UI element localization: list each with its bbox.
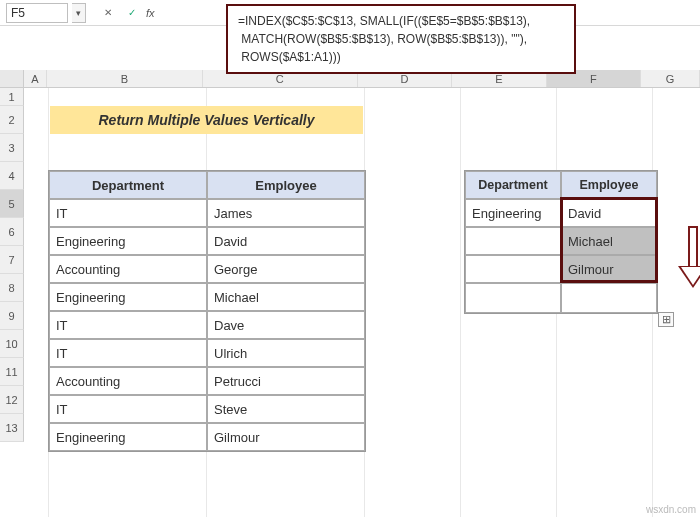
formula-line-2: MATCH(ROW($B$5:$B$13), ROW($B$5:$B$13)),…: [238, 30, 564, 48]
cell-dept[interactable]: Engineering: [49, 283, 207, 311]
cell-emp[interactable]: Petrucci: [207, 367, 365, 395]
row-head-7[interactable]: 7: [0, 246, 24, 274]
cell-emp-f8[interactable]: [561, 283, 657, 313]
row-head-6[interactable]: 6: [0, 218, 24, 246]
row-head-11[interactable]: 11: [0, 358, 24, 386]
cell-dept[interactable]: IT: [49, 199, 207, 227]
formula-bar[interactable]: =INDEX($C$5:$C$13, SMALL(IF(($E$5=$B$5:$…: [226, 4, 576, 74]
fx-icon[interactable]: fx: [146, 7, 155, 19]
cell-dept[interactable]: Accounting: [49, 367, 207, 395]
cell-emp-f5[interactable]: David: [561, 199, 657, 227]
row-head-8[interactable]: 8: [0, 274, 24, 302]
cell-dept[interactable]: Engineering: [49, 227, 207, 255]
cell-emp[interactable]: James: [207, 199, 365, 227]
cell-dept[interactable]: [465, 255, 561, 283]
cell-dept[interactable]: Engineering: [49, 423, 207, 451]
cell-emp[interactable]: Steve: [207, 395, 365, 423]
table-row: Michael: [465, 227, 657, 255]
autofill-options-icon[interactable]: [658, 312, 674, 327]
name-box[interactable]: F5: [6, 3, 68, 23]
col-head-a[interactable]: A: [24, 70, 48, 87]
table-row: AccountingPetrucci: [49, 367, 365, 395]
table-row: EngineeringDavid: [465, 199, 657, 227]
header-employee[interactable]: Employee: [561, 171, 657, 199]
cell-dept[interactable]: IT: [49, 339, 207, 367]
worksheet-grid[interactable]: A B C D E F G 1 2 3 4 5 6 7 8 9 10 11 12…: [0, 70, 700, 517]
table-row: ITSteve: [49, 395, 365, 423]
cell-emp[interactable]: David: [207, 227, 365, 255]
down-arrow-annotation: [680, 226, 700, 296]
excel-window: F5 ▾ ✕ ✓ fx =INDEX($C$5:$C$13, SMALL(IF(…: [0, 0, 700, 517]
cell-dept[interactable]: IT: [49, 311, 207, 339]
table-row: Gilmour: [465, 255, 657, 283]
cell-emp[interactable]: Dave: [207, 311, 365, 339]
row-head-9[interactable]: 9: [0, 302, 24, 330]
cell-dept[interactable]: IT: [49, 395, 207, 423]
table-row: AccountingGeorge: [49, 255, 365, 283]
table-row: EngineeringGilmour: [49, 423, 365, 451]
cells-area[interactable]: Return Multiple Values Vertically Depart…: [24, 88, 700, 517]
name-box-dropdown[interactable]: ▾: [72, 3, 86, 23]
table-row: [465, 283, 657, 313]
main-table: Department Employee ITJames EngineeringD…: [48, 170, 366, 452]
table-row: EngineeringDavid: [49, 227, 365, 255]
row-head-3[interactable]: 3: [0, 134, 24, 162]
cell-emp[interactable]: Ulrich: [207, 339, 365, 367]
cell-emp-f7[interactable]: Gilmour: [561, 255, 657, 283]
row-head-1[interactable]: 1: [0, 88, 24, 106]
row-head-10[interactable]: 10: [0, 330, 24, 358]
table-row: ITJames: [49, 199, 365, 227]
row-head-4[interactable]: 4: [0, 162, 24, 190]
watermark: wsxdn.com: [646, 504, 696, 515]
row-head-2[interactable]: 2: [0, 106, 24, 134]
cell-emp[interactable]: George: [207, 255, 365, 283]
cell-dept[interactable]: Engineering: [465, 199, 561, 227]
table-row: ITUlrich: [49, 339, 365, 367]
formula-line-1: =INDEX($C$5:$C$13, SMALL(IF(($E$5=$B$5:$…: [238, 12, 564, 30]
col-head-b[interactable]: B: [47, 70, 202, 87]
row-head-12[interactable]: 12: [0, 386, 24, 414]
table-row: ITDave: [49, 311, 365, 339]
formula-line-3: ROWS($A$1:A1))): [238, 48, 564, 66]
cell-emp-f6[interactable]: Michael: [561, 227, 657, 255]
row-head-13[interactable]: 13: [0, 414, 24, 442]
header-employee[interactable]: Employee: [207, 171, 365, 199]
cell-dept[interactable]: Accounting: [49, 255, 207, 283]
table-header-row: Department Employee: [465, 171, 657, 199]
cell-emp[interactable]: Gilmour: [207, 423, 365, 451]
header-department[interactable]: Department: [49, 171, 207, 199]
header-department[interactable]: Department: [465, 171, 561, 199]
row-headers: 1 2 3 4 5 6 7 8 9 10 11 12 13: [0, 88, 24, 442]
cell-dept[interactable]: [465, 227, 561, 255]
result-table: Department Employee EngineeringDavid Mic…: [464, 170, 658, 314]
enter-icon[interactable]: ✓: [124, 5, 140, 21]
row-head-5[interactable]: 5: [0, 190, 24, 218]
cancel-icon[interactable]: ✕: [100, 5, 116, 21]
title-banner: Return Multiple Values Vertically: [50, 106, 363, 134]
cell-emp[interactable]: Michael: [207, 283, 365, 311]
col-head-g[interactable]: G: [641, 70, 700, 87]
table-row: EngineeringMichael: [49, 283, 365, 311]
select-all-corner[interactable]: [0, 70, 24, 87]
cell-dept[interactable]: [465, 283, 561, 313]
table-header-row: Department Employee: [49, 171, 365, 199]
